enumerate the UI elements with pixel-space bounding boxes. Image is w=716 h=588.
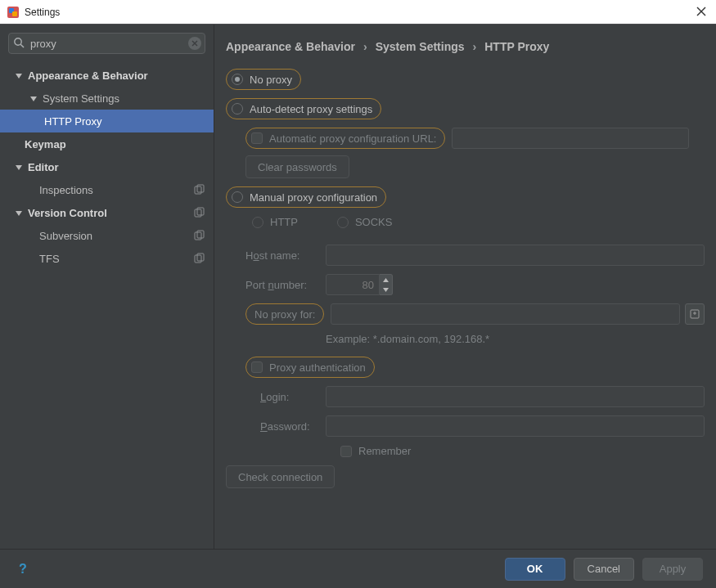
radio-icon xyxy=(232,103,243,114)
svg-rect-13 xyxy=(195,232,201,240)
crumb-appearance[interactable]: Appearance & Behavior xyxy=(226,40,355,53)
apply-button[interactable]: Apply xyxy=(642,558,703,581)
radio-icon xyxy=(252,217,263,228)
tree-label: TFS xyxy=(39,253,60,265)
login-label: Login: xyxy=(260,391,326,403)
tree-label: Version Control xyxy=(28,207,107,219)
tree-label: Keymap xyxy=(25,138,66,150)
main-panel: Appearance & Behavior › System Settings … xyxy=(214,25,716,549)
window-title: Settings xyxy=(25,7,60,18)
radio-label: Auto-detect proxy settings xyxy=(250,103,372,115)
svg-point-5 xyxy=(15,38,21,45)
chevron-down-icon xyxy=(29,93,39,103)
password-input[interactable] xyxy=(326,415,705,437)
checkbox-label: Proxy authentication xyxy=(269,361,366,374)
svg-rect-16 xyxy=(197,254,204,261)
example-text: Example: *.domain.com, 192.168.* xyxy=(326,333,705,345)
app-icon xyxy=(7,6,20,19)
tree-label: System Settings xyxy=(43,92,119,105)
chevron-down-icon xyxy=(15,208,25,218)
radio-socks[interactable]: SOCKS xyxy=(337,216,393,228)
radio-no-proxy[interactable]: No proxy xyxy=(226,69,301,90)
tree-item-system-settings[interactable]: System Settings xyxy=(0,87,214,110)
tree-item-tfs[interactable]: TFS xyxy=(0,247,214,270)
crumb-system-settings[interactable]: System Settings xyxy=(376,40,465,53)
svg-rect-14 xyxy=(197,231,204,238)
port-label: Port number: xyxy=(245,279,326,291)
breadcrumb: Appearance & Behavior › System Settings … xyxy=(214,25,716,57)
checkbox-label: Automatic proxy configuration URL: xyxy=(269,132,436,145)
settings-tree: Appearance & Behavior System Settings HT… xyxy=(0,61,214,270)
radio-label: Manual proxy configuration xyxy=(250,191,377,204)
svg-rect-9 xyxy=(195,186,201,194)
chevron-right-icon: › xyxy=(473,40,477,53)
tree-item-editor[interactable]: Editor xyxy=(0,155,214,178)
no-proxy-for-input[interactable] xyxy=(331,303,680,325)
no-proxy-for-label: No proxy for: xyxy=(245,303,324,325)
expand-icon[interactable] xyxy=(685,303,705,325)
radio-icon xyxy=(232,74,243,85)
port-spinner[interactable] xyxy=(326,274,393,295)
svg-rect-2 xyxy=(12,11,17,16)
checkbox-auto-url[interactable]: Automatic proxy configuration URL: xyxy=(245,128,445,149)
radio-icon xyxy=(232,191,243,203)
ok-button[interactable]: OK xyxy=(505,558,565,581)
checkbox-icon xyxy=(251,361,263,373)
svg-rect-12 xyxy=(197,208,204,215)
radio-label: HTTP xyxy=(270,216,298,228)
tree-item-subversion[interactable]: Subversion xyxy=(0,224,214,247)
svg-rect-15 xyxy=(195,255,201,263)
checkbox-proxy-auth[interactable]: Proxy authentication xyxy=(245,357,375,378)
checkbox-icon xyxy=(251,132,263,144)
radio-icon xyxy=(337,217,349,228)
cancel-button[interactable]: Cancel xyxy=(574,558,634,581)
copy-icon xyxy=(194,207,205,218)
tree-item-http-proxy[interactable]: HTTP Proxy xyxy=(0,110,214,132)
chevron-down-icon xyxy=(15,70,25,80)
svg-rect-11 xyxy=(195,209,201,217)
svg-line-6 xyxy=(20,44,24,47)
spin-up-icon[interactable] xyxy=(380,275,392,285)
tree-label: HTTP Proxy xyxy=(44,115,102,128)
host-label: Host name: xyxy=(245,249,326,262)
chevron-down-icon xyxy=(15,162,25,172)
sidebar: Appearance & Behavior System Settings HT… xyxy=(0,25,214,549)
close-icon[interactable] xyxy=(693,3,709,20)
password-label: Password: xyxy=(260,420,326,433)
radio-auto-detect[interactable]: Auto-detect proxy settings xyxy=(226,98,381,119)
search-icon xyxy=(13,37,25,48)
help-icon[interactable]: ? xyxy=(13,559,33,579)
tree-item-keymap[interactable]: Keymap xyxy=(0,132,214,155)
tree-item-inspections[interactable]: Inspections xyxy=(0,178,214,201)
search-input[interactable] xyxy=(8,33,205,54)
tree-item-appearance[interactable]: Appearance & Behavior xyxy=(0,64,214,87)
copy-icon xyxy=(194,230,205,241)
svg-rect-10 xyxy=(197,185,204,192)
tree-label: Subversion xyxy=(39,230,92,242)
chevron-right-icon: › xyxy=(363,40,367,53)
radio-http[interactable]: HTTP xyxy=(252,216,298,228)
clear-passwords-button[interactable]: Clear passwords xyxy=(245,155,349,178)
clear-search-icon[interactable] xyxy=(188,37,201,50)
tree-label: Appearance & Behavior xyxy=(28,70,148,82)
radio-manual[interactable]: Manual proxy configuration xyxy=(226,186,386,208)
copy-icon xyxy=(194,253,205,264)
radio-label: No proxy xyxy=(250,74,292,86)
crumb-http-proxy: HTTP Proxy xyxy=(484,40,549,53)
auto-url-input[interactable] xyxy=(452,128,689,149)
tree-item-version-control[interactable]: Version Control xyxy=(0,201,214,224)
host-input[interactable] xyxy=(326,245,705,266)
radio-label: SOCKS xyxy=(355,216,393,228)
check-connection-button[interactable]: Check connection xyxy=(226,465,335,488)
search-field xyxy=(8,33,205,54)
checkbox-icon[interactable] xyxy=(340,446,352,457)
tree-label: Editor xyxy=(28,161,59,173)
titlebar: Settings xyxy=(0,0,716,25)
footer: ? OK Cancel Apply xyxy=(0,549,716,588)
tree-label: Inspections xyxy=(39,184,93,196)
copy-icon xyxy=(194,184,205,195)
login-input[interactable] xyxy=(326,386,705,407)
port-input[interactable] xyxy=(326,274,380,295)
spin-down-icon[interactable] xyxy=(380,285,392,294)
remember-label: Remember xyxy=(358,445,411,457)
